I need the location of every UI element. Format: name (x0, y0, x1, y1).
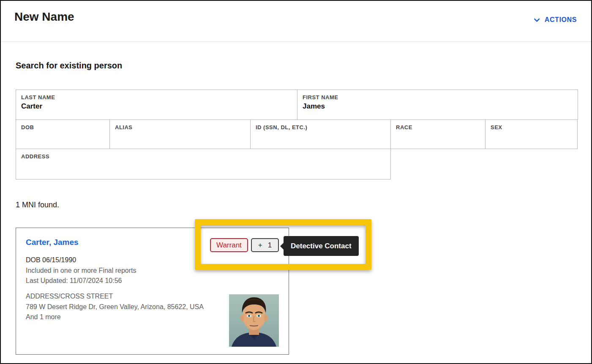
chevron-down-icon (533, 16, 540, 24)
last-name-label: LAST NAME (21, 94, 292, 101)
page-title: New Name (14, 10, 74, 24)
first-name-value: James (303, 102, 573, 111)
sex-field[interactable]: SEX (485, 120, 578, 149)
search-form: LAST NAME Carter FIRST NAME James DOB AL… (16, 90, 578, 179)
last-name-value: Carter (21, 102, 292, 111)
person-dob: DOB 06/15/1990 (26, 255, 136, 266)
person-name-link[interactable]: Carter, James (26, 238, 79, 247)
person-address-block: ADDRESS/CROSS STREET 789 W Desert Ridge … (26, 291, 204, 323)
race-field[interactable]: RACE (390, 120, 486, 149)
more-flags-count: 1 (268, 241, 272, 250)
person-included: Included in one or more Final reports (26, 266, 136, 276)
person-address-value: 789 W Desert Ridge Dr, Green Valley, Ari… (26, 302, 204, 312)
person-last-updated: Last Updated: 11/07/2024 10:56 (26, 276, 136, 286)
more-flags-chip[interactable]: + 1 (251, 238, 279, 252)
alias-field[interactable]: ALIAS (109, 120, 251, 149)
first-name-field[interactable]: FIRST NAME James (297, 90, 578, 120)
warrant-badge[interactable]: Warrant (210, 238, 248, 252)
sex-label: SEX (491, 124, 572, 130)
detective-contact-tooltip: Detective Contact (284, 236, 359, 256)
person-address-more: And 1 more (26, 312, 204, 323)
warrant-badge-label: Warrant (216, 241, 242, 250)
dob-label: DOB (21, 124, 104, 130)
tooltip-arrow-icon (280, 243, 284, 250)
mni-count-text: 1 MNI found. (16, 201, 59, 209)
alias-label: ALIAS (115, 124, 245, 130)
tooltip-text: Detective Contact (291, 242, 352, 250)
address-label: ADDRESS (21, 153, 385, 160)
page-header: New Name ACTIONS (1, 1, 591, 42)
address-field[interactable]: ADDRESS (16, 149, 391, 179)
id-label: ID (SSN, DL, ETC.) (256, 124, 385, 130)
person-summary-block: DOB 06/15/1990 Included in one or more F… (26, 255, 136, 286)
dob-field[interactable]: DOB (16, 120, 110, 149)
plus-sign: + (258, 241, 262, 250)
race-label: RACE (396, 124, 480, 130)
actions-button[interactable]: ACTIONS (533, 16, 577, 24)
search-heading: Search for existing person (16, 61, 122, 71)
actions-label: ACTIONS (545, 16, 577, 24)
mugshot-photo (229, 294, 279, 347)
first-name-label: FIRST NAME (303, 94, 573, 101)
person-address-label: ADDRESS/CROSS STREET (26, 291, 204, 302)
person-card: Carter, James Warrant + 1 DOB 06/15/1990… (16, 228, 289, 355)
new-name-page: New Name ACTIONS Search for existing per… (0, 0, 592, 364)
last-name-field[interactable]: LAST NAME Carter (16, 90, 297, 120)
id-field[interactable]: ID (SSN, DL, ETC.) (250, 120, 391, 149)
